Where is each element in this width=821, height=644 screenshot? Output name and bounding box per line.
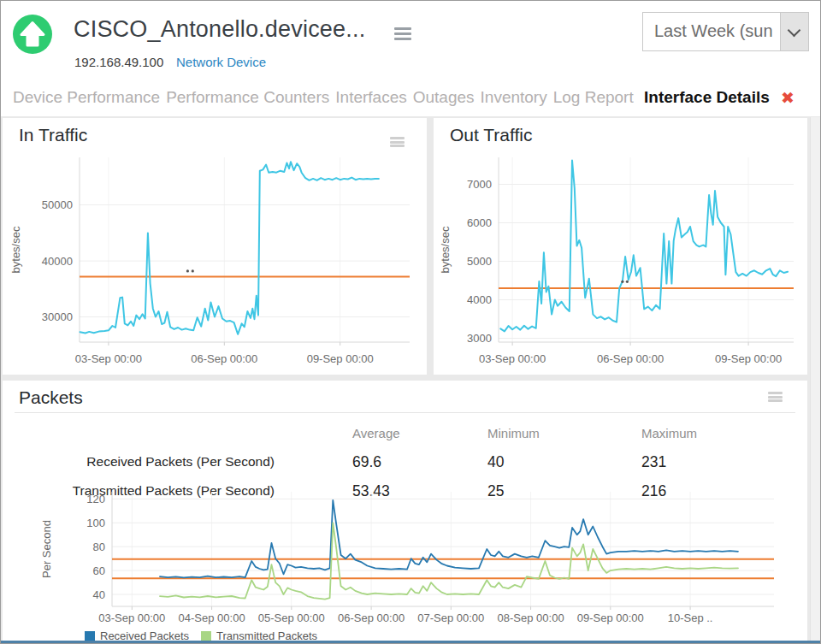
svg-text:80: 80	[93, 541, 105, 553]
svg-text:06-Sep 00:00: 06-Sep 00:00	[597, 352, 664, 365]
svg-text:30000: 30000	[42, 310, 73, 323]
in-traffic-panel: In Traffic 03-Sep 00:0006-Sep 00:0009-Se…	[3, 118, 427, 375]
svg-text:bytes/sec: bytes/sec	[9, 226, 22, 273]
packets-title: Packets	[19, 387, 83, 408]
transmitted-packets-swatch	[201, 631, 211, 641]
svg-text:7000: 7000	[467, 178, 492, 191]
svg-text:03-Sep 00:00: 03-Sep 00:00	[98, 612, 165, 624]
received-maximum: 231	[641, 453, 807, 471]
tab-list: Device PerformancePerformance CountersIn…	[13, 88, 640, 106]
close-icon[interactable]: ✖	[781, 89, 794, 107]
received-packets-swatch	[85, 631, 95, 641]
in-traffic-menu-icon[interactable]	[390, 137, 405, 147]
svg-text:04-Sep 00:00: 04-Sep 00:00	[179, 612, 245, 624]
svg-text:03-Sep 00:00: 03-Sep 00:00	[75, 352, 142, 365]
svg-text:09-Sep 00:00: 09-Sep 00:00	[577, 612, 644, 624]
packets-chart: 03-Sep 00:0004-Sep 00:0005-Sep 00:0006-S…	[38, 485, 803, 629]
out-traffic-title: Out Traffic	[450, 125, 532, 145]
tab-inventory[interactable]: Inventory	[481, 88, 547, 106]
svg-text:05-Sep 00:00: 05-Sep 00:00	[258, 612, 325, 624]
device-type-link[interactable]: Network Device	[176, 55, 266, 69]
svg-text:06-Sep 00:00: 06-Sep 00:00	[338, 612, 405, 624]
received-average: 69.6	[352, 453, 487, 471]
packets-panel: Packets Average Minimum Maximum Received…	[3, 381, 807, 642]
out-traffic-panel: Out Traffic 03-Sep 00:0006-Sep 00:0009-S…	[434, 118, 807, 375]
header-area: CISCO_Antonello.devicee... 192.168.49.10…	[1, 1, 820, 116]
svg-text:10-Sep ..: 10-Sep ..	[668, 612, 713, 624]
row-label: Received Packets (Per Second)	[3, 454, 352, 470]
device-menu-icon[interactable]	[394, 27, 411, 40]
svg-text:120: 120	[86, 493, 105, 505]
svg-text:03-Sep 00:00: 03-Sep 00:00	[479, 352, 546, 365]
time-period-select[interactable]: Last Week (sun	[642, 12, 809, 51]
tab-interface-details[interactable]: Interface Details	[644, 88, 770, 106]
svg-text:06-Sep 00:00: 06-Sep 00:00	[191, 352, 257, 365]
svg-text:Per Second: Per Second	[40, 520, 53, 578]
svg-text:50000: 50000	[42, 198, 73, 211]
svg-text:5000: 5000	[467, 255, 492, 268]
bottom-bar	[1, 641, 820, 643]
time-period-value: Last Week (sun	[643, 13, 780, 50]
svg-text:09-Sep 00:00: 09-Sep 00:00	[307, 352, 374, 365]
vertical-scrollbar[interactable]	[810, 117, 820, 642]
in-traffic-title: In Traffic	[19, 125, 87, 145]
device-ip: 192.168.49.100	[74, 55, 163, 69]
svg-text:3000: 3000	[467, 332, 492, 345]
svg-text:bytes/sec: bytes/sec	[439, 226, 452, 273]
col-maximum: Maximum	[641, 426, 807, 440]
col-minimum: Minimum	[487, 426, 641, 440]
svg-text:40000: 40000	[42, 255, 73, 268]
svg-text:60: 60	[93, 564, 105, 577]
col-average: Average	[352, 426, 487, 440]
chevron-down-icon[interactable]	[780, 13, 808, 50]
svg-text:40: 40	[93, 588, 105, 601]
divider	[15, 412, 795, 413]
tab-log-report[interactable]: Log Report	[553, 88, 634, 106]
in-traffic-chart: 03-Sep 00:0006-Sep 00:0009-Sep 00:003000…	[6, 149, 422, 369]
tab-device-performance[interactable]: Device Performance	[13, 88, 160, 106]
packets-table-header: Average Minimum Maximum	[3, 418, 807, 447]
svg-text:08-Sep 00:00: 08-Sep 00:00	[498, 612, 564, 624]
received-minimum: 40	[487, 453, 641, 471]
out-traffic-chart: 03-Sep 00:0006-Sep 00:0009-Sep 00:003000…	[437, 149, 804, 369]
packets-menu-icon[interactable]	[768, 392, 783, 402]
tab-bar: Device PerformancePerformance CountersIn…	[13, 83, 813, 112]
table-row: Received Packets (Per Second) 69.6 40 23…	[3, 447, 807, 476]
svg-text:100: 100	[86, 517, 105, 529]
tab-outages[interactable]: Outages	[413, 88, 475, 106]
interface-details-window: CISCO_Antonello.devicee... 192.168.49.10…	[0, 0, 821, 644]
tab-performance-counters[interactable]: Performance Counters	[166, 88, 329, 106]
svg-text:07-Sep 00:00: 07-Sep 00:00	[417, 612, 484, 624]
device-title: CISCO_Antonello.devicee...	[74, 16, 365, 43]
tab-interfaces[interactable]: Interfaces	[335, 88, 406, 106]
svg-text:4000: 4000	[467, 293, 492, 306]
svg-text:6000: 6000	[467, 216, 492, 229]
device-status-up-icon	[12, 14, 53, 55]
svg-text:09-Sep 00:00: 09-Sep 00:00	[715, 352, 782, 365]
